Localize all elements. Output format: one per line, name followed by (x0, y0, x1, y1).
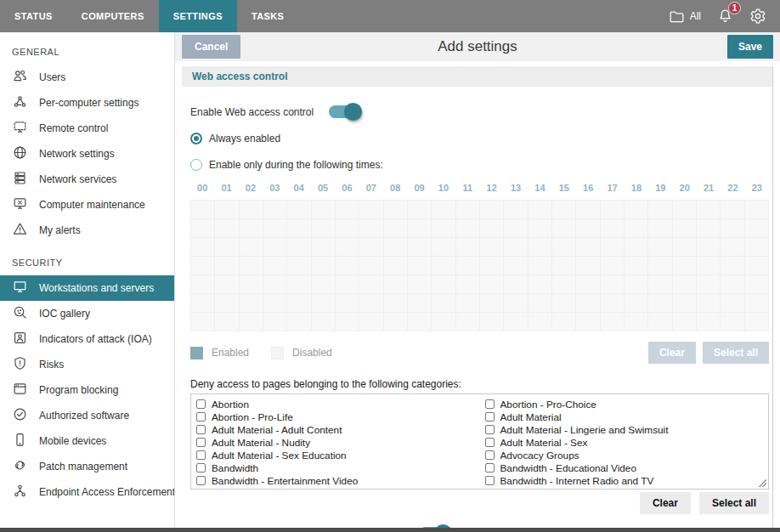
schedule-cell[interactable] (263, 294, 287, 313)
schedule-cell[interactable] (480, 313, 504, 331)
notifications-button[interactable]: 1 (717, 8, 733, 25)
schedule-cell[interactable] (359, 294, 383, 313)
schedule-cell[interactable] (287, 313, 311, 331)
schedule-cell[interactable] (240, 294, 263, 313)
schedule-cell[interactable] (504, 238, 528, 257)
category-item-bandwidth[interactable]: Bandwidth (196, 461, 480, 474)
computer-group-selector[interactable]: All (669, 9, 701, 24)
category-checkbox[interactable] (485, 412, 495, 422)
categories-clear-button[interactable]: Clear (640, 492, 691, 514)
schedule-cell[interactable] (456, 313, 480, 331)
nav-tab-settings[interactable]: SETTINGS (159, 0, 237, 32)
category-checkbox[interactable] (485, 399, 495, 409)
schedule-cell[interactable] (384, 275, 408, 294)
schedule-cell[interactable] (432, 201, 455, 219)
schedule-cell[interactable] (263, 313, 287, 331)
schedule-cell[interactable] (745, 219, 769, 238)
schedule-cell[interactable] (601, 219, 625, 238)
category-checkbox[interactable] (196, 399, 206, 409)
schedule-cell[interactable] (191, 238, 215, 257)
schedule-cell[interactable] (432, 257, 455, 275)
schedule-cell[interactable] (191, 219, 215, 238)
schedule-cell[interactable] (528, 275, 552, 294)
schedule-cell[interactable] (528, 219, 552, 238)
category-checkbox[interactable] (485, 463, 495, 473)
schedule-cell[interactable] (359, 238, 383, 257)
schedule-cell[interactable] (215, 257, 239, 275)
schedule-cell[interactable] (673, 201, 697, 219)
schedule-cell[interactable] (601, 201, 625, 219)
sidebar-item-ioc-gallery[interactable]: IOC gallery (0, 301, 174, 326)
sidebar-item-computer-maintenance[interactable]: Computer maintenance (0, 192, 174, 218)
sidebar-item-per-computer-settings[interactable]: Per-computer settings (0, 90, 174, 116)
schedule-cell[interactable] (215, 219, 239, 238)
category-checkbox[interactable] (196, 438, 206, 447)
radio-always-enabled[interactable]: Always enabled (190, 133, 769, 144)
schedule-cell[interactable] (408, 238, 432, 257)
schedule-cell[interactable] (673, 257, 697, 275)
schedule-cell[interactable] (287, 219, 311, 238)
schedule-cell[interactable] (456, 275, 480, 294)
schedule-cell[interactable] (625, 294, 648, 313)
enable-web-access-toggle[interactable] (329, 105, 360, 118)
schedule-cell[interactable] (336, 294, 359, 313)
sidebar-item-patch-management[interactable]: Patch management (0, 454, 174, 479)
radio-always-enabled-control[interactable] (190, 133, 202, 144)
schedule-cell[interactable] (263, 238, 287, 257)
schedule-cell[interactable] (215, 294, 239, 313)
schedule-cell[interactable] (336, 219, 359, 238)
schedule-cell[interactable] (456, 294, 480, 313)
schedule-cell[interactable] (191, 313, 215, 331)
category-checkbox[interactable] (196, 425, 206, 434)
schedule-cell[interactable] (432, 313, 455, 331)
schedule-cell[interactable] (528, 257, 552, 275)
schedule-cell[interactable] (456, 238, 480, 257)
schedule-cell[interactable] (648, 275, 672, 294)
schedule-cell[interactable] (648, 294, 672, 313)
schedule-cell[interactable] (625, 257, 648, 275)
schedule-cell[interactable] (601, 294, 625, 313)
schedule-cell[interactable] (336, 275, 359, 294)
schedule-cell[interactable] (263, 201, 287, 219)
schedule-cell[interactable] (240, 275, 263, 294)
schedule-cell[interactable] (240, 313, 263, 331)
schedule-cell[interactable] (625, 313, 648, 331)
schedule-cell[interactable] (745, 201, 769, 219)
schedule-cell[interactable] (552, 257, 576, 275)
schedule-cell[interactable] (648, 238, 672, 257)
schedule-cell[interactable] (625, 275, 648, 294)
schedule-cell[interactable] (359, 219, 383, 238)
schedule-cell[interactable] (745, 294, 769, 313)
schedule-cell[interactable] (576, 294, 600, 313)
schedule-cell[interactable] (528, 294, 552, 313)
schedule-cell[interactable] (576, 238, 600, 257)
schedule-cell[interactable] (215, 275, 239, 294)
schedule-cell[interactable] (384, 257, 408, 275)
schedule-cell[interactable] (745, 238, 769, 257)
schedule-cell[interactable] (240, 219, 263, 238)
schedule-cell[interactable] (312, 294, 336, 313)
schedule-cell[interactable] (552, 313, 576, 331)
category-item-abortion[interactable]: Abortion (196, 398, 480, 410)
schedule-cell[interactable] (504, 201, 528, 219)
schedule-cell[interactable] (697, 201, 721, 219)
schedule-cell[interactable] (408, 257, 432, 275)
category-item-adult-material-sex[interactable]: Adult Material - Sex (485, 436, 769, 449)
settings-gear-button[interactable] (749, 8, 766, 25)
schedule-cell[interactable] (287, 257, 311, 275)
schedule-cell[interactable] (673, 275, 697, 294)
schedule-cell[interactable] (625, 219, 648, 238)
category-item-abortion-pro-life[interactable]: Abortion - Pro-Life (196, 410, 480, 423)
schedule-cell[interactable] (215, 238, 239, 257)
schedule-cell[interactable] (648, 257, 672, 275)
schedule-cell[interactable] (504, 219, 528, 238)
schedule-cell[interactable] (215, 201, 239, 219)
save-button[interactable]: Save (727, 35, 773, 59)
category-item-adult-material[interactable]: Adult Material (485, 410, 769, 423)
schedule-cell[interactable] (384, 238, 408, 257)
schedule-cell[interactable] (432, 219, 455, 238)
sidebar-item-authorized-software[interactable]: Authorized software (0, 403, 174, 428)
schedule-cell[interactable] (480, 238, 504, 257)
schedule-cell[interactable] (480, 257, 504, 275)
schedule-cell[interactable] (528, 201, 552, 219)
